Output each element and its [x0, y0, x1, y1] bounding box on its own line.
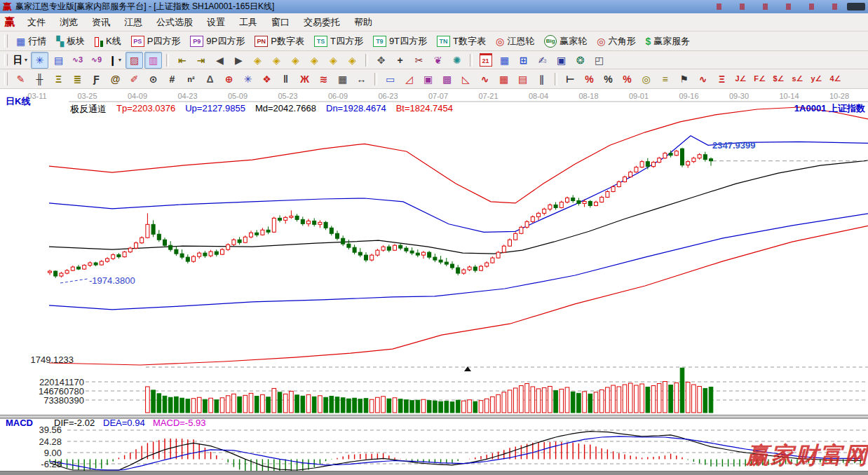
angle-ying-button[interactable]: y∠: [808, 71, 825, 88]
prev-bar-button[interactable]: ◀: [211, 52, 229, 69]
gann-grid-button[interactable]: ▩: [438, 71, 456, 88]
pen-tool-2-button[interactable]: ✐: [126, 71, 143, 88]
crystal-tool-button[interactable]: ✳: [31, 52, 48, 69]
gann-lines-button[interactable]: ╫: [31, 71, 48, 88]
next-bar-button[interactable]: ▶: [230, 52, 247, 69]
spiderweb-button[interactable]: ❖: [258, 71, 276, 88]
p-square-button[interactable]: PSP四方形: [126, 33, 186, 50]
volume-profile-button[interactable]: ▥: [144, 52, 162, 69]
workstation-tool-button[interactable]: ◰: [590, 52, 608, 69]
crosshair-circle-button[interactable]: ⊕: [220, 71, 238, 88]
crosshair-tool-button[interactable]: +: [391, 52, 409, 69]
calculator-tool-button[interactable]: ▦: [496, 52, 513, 69]
t-number-table-button[interactable]: TNT数字表: [432, 33, 491, 50]
wave-channel-button[interactable]: ∿: [694, 71, 712, 88]
percent-triangle-button[interactable]: %: [581, 71, 598, 88]
p-number-table-button[interactable]: PNP数字表: [250, 33, 309, 50]
golden-section-b-button[interactable]: ≣: [69, 71, 86, 88]
hexagon-button[interactable]: ◎六角形: [592, 33, 640, 50]
menu-文件[interactable]: 文件: [20, 14, 53, 31]
wave-9-button[interactable]: ∿9: [88, 52, 105, 69]
rect-tool-button[interactable]: ▭: [381, 71, 399, 88]
net-files-tool-button[interactable]: ❂: [571, 52, 589, 69]
calendar-tool-button[interactable]: 21: [477, 52, 494, 69]
menu-设置[interactable]: 设置: [200, 14, 232, 31]
n-squared-button[interactable]: n²: [182, 71, 200, 88]
grid-123-button[interactable]: ▦: [334, 71, 351, 88]
angle-measure-button[interactable]: Δ: [201, 71, 219, 88]
menu-帮助[interactable]: 帮助: [347, 14, 379, 31]
first-bar-button[interactable]: ⇤: [173, 52, 191, 69]
percent-lines-button[interactable]: #: [163, 71, 181, 88]
kline-button[interactable]: K线: [90, 33, 126, 50]
pane-splitter[interactable]: [0, 415, 868, 419]
angle-j-button[interactable]: J∠: [732, 71, 750, 88]
knot-tool-button[interactable]: ✺: [448, 52, 466, 69]
bar-pair-button[interactable]: ‖: [277, 71, 294, 88]
gann-box-button[interactable]: ▣: [419, 71, 437, 88]
angle-gold-button[interactable]: $∠: [770, 71, 787, 88]
winner-service-button[interactable]: $赢家服务: [640, 33, 695, 50]
percent-underline-button[interactable]: %: [618, 71, 636, 88]
sectors-button[interactable]: ▚板块: [51, 33, 90, 50]
candle-type-dropdown-button[interactable]: ❙▼: [107, 52, 124, 69]
menu-资讯[interactable]: 资讯: [85, 14, 117, 31]
zoom-out-all-button[interactable]: ◈: [325, 52, 342, 69]
wave-3-button[interactable]: ∿3: [69, 52, 86, 69]
menu-公式选股[interactable]: 公式选股: [149, 14, 200, 31]
fibonacci-lines-button[interactable]: Ƒ: [88, 71, 105, 88]
ruler-scale-button[interactable]: ⊢: [562, 71, 579, 88]
gann-wheel-button[interactable]: ◎江恩轮: [491, 33, 539, 50]
fan-lines-2-button[interactable]: ◺: [457, 71, 475, 88]
workstation-tool-icon: ◰: [595, 55, 604, 66]
quotes-button[interactable]: ▦行情: [11, 33, 51, 50]
ribbon-tool-button[interactable]: ❦: [429, 52, 447, 69]
t-square-button[interactable]: TST四方形: [309, 33, 368, 50]
angle-si-button[interactable]: 4∠: [827, 71, 844, 88]
pattern-mask-button[interactable]: ▨: [126, 52, 143, 69]
gold-bars-button[interactable]: ≡: [656, 71, 674, 88]
menu-交易委托[interactable]: 交易委托: [297, 14, 347, 31]
menu-窗口[interactable]: 窗口: [264, 14, 297, 31]
width-arrows-button[interactable]: ↔: [353, 71, 370, 88]
starburst-button[interactable]: ✳: [239, 71, 257, 88]
grid-red-2-button[interactable]: ▤: [514, 71, 531, 88]
flag-pen-button[interactable]: ⚑: [675, 71, 693, 88]
zoom-in-all-button[interactable]: ◈: [344, 52, 361, 69]
window-menu-button[interactable]: [847, 3, 865, 11]
fan-lines-button[interactable]: ◿: [400, 71, 418, 88]
spiral-tool-button[interactable]: @: [107, 71, 124, 88]
last-bar-button[interactable]: ⇥: [192, 52, 210, 69]
period-day-dropdown-button[interactable]: 日▼: [12, 52, 29, 69]
parallel-lines-button[interactable]: ∥: [533, 71, 550, 88]
winner-wheel-button[interactable]: Big赢家轮: [539, 33, 592, 50]
9p-square-button[interactable]: P99P四方形: [185, 33, 250, 50]
angle-f-button[interactable]: F∠: [751, 71, 768, 88]
grid-red-button[interactable]: ▦: [495, 71, 513, 88]
notepad-tool-button[interactable]: ✍: [534, 52, 551, 69]
menu-浏览[interactable]: 浏览: [53, 14, 85, 31]
pen-tool-button[interactable]: ✎: [12, 71, 29, 88]
scissors-tool-button[interactable]: ✂: [410, 52, 428, 69]
menu-工具[interactable]: 工具: [232, 14, 264, 31]
shift-right-button[interactable]: ◈: [268, 52, 285, 69]
spreadsheet-tool-button[interactable]: ⊞: [515, 52, 532, 69]
menu-江恩[interactable]: 江恩: [117, 14, 149, 31]
percent-tool-button[interactable]: %: [599, 71, 617, 88]
shen-lines-button[interactable]: Ж: [296, 71, 313, 88]
compress-horizontal-button[interactable]: ◈: [306, 52, 323, 69]
hand-tool-button[interactable]: ✥: [372, 52, 390, 69]
expand-horizontal-button[interactable]: ◈: [287, 52, 304, 69]
gold-circle-button[interactable]: ◎: [637, 71, 655, 88]
angle-shen-button[interactable]: s∠: [789, 71, 806, 88]
save-tool-button[interactable]: ▣: [552, 52, 570, 69]
golden-section-a-button[interactable]: Ξ: [50, 71, 67, 88]
gann-clock-button[interactable]: ⊙: [144, 71, 162, 88]
shift-left-button[interactable]: ◈: [249, 52, 266, 69]
zigzag-wave-button[interactable]: ∿: [476, 71, 494, 88]
info-panel-button[interactable]: ▤: [50, 52, 67, 69]
gold-underline-button[interactable]: Ξ: [713, 71, 731, 88]
ying-lines-button[interactable]: ≋: [315, 71, 332, 88]
window-titlebar[interactable]: 赢 赢家江恩专业版[赢家内部服务平台] - [上证指数 SH1A0001-165…: [0, 0, 868, 13]
9t-square-button[interactable]: T99T四方形: [368, 33, 432, 50]
